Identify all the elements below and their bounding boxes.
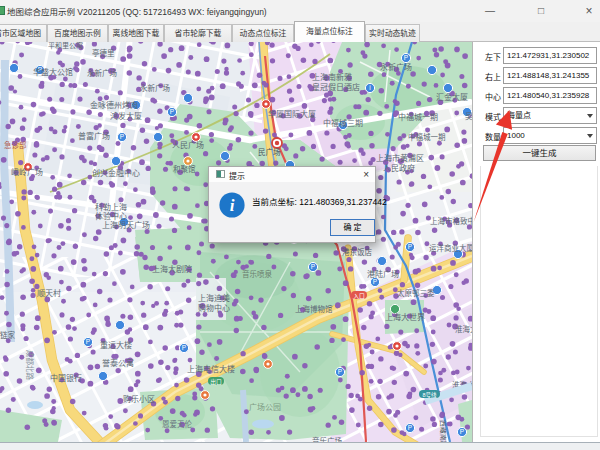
svg-text:和聚馆: 和聚馆 bbox=[173, 164, 196, 174]
svg-text:i: i bbox=[230, 196, 235, 215]
svg-text:出口: 出口 bbox=[210, 378, 222, 386]
svg-text:平和里公寓: 平和里公寓 bbox=[48, 42, 83, 50]
svg-text:上海市黄浦区: 上海市黄浦区 bbox=[376, 153, 424, 163]
svg-text:中福城一期: 中福城一期 bbox=[398, 112, 438, 122]
svg-text:誉泰公寓: 誉泰公寓 bbox=[102, 358, 134, 368]
svg-text:重远大楼: 重远大楼 bbox=[100, 340, 132, 350]
svg-text:P: P bbox=[170, 108, 174, 115]
svg-text:亭德里: 亭德里 bbox=[92, 48, 115, 58]
svg-text:上海大剧院: 上海大剧院 bbox=[152, 264, 192, 274]
svg-text:汇金大厦: 汇金大厦 bbox=[436, 92, 468, 102]
svg-text:人民广场: 人民广场 bbox=[172, 140, 204, 150]
svg-text:民广场: 民广场 bbox=[258, 147, 281, 157]
svg-text:金咏德州烤肉: 金咏德州烤肉 bbox=[90, 100, 138, 110]
svg-text:永新广场: 永新广场 bbox=[140, 83, 170, 93]
svg-text:普富广场: 普富广场 bbox=[78, 131, 110, 141]
svg-text:P: P bbox=[408, 424, 412, 431]
svg-text:科勒上海: 科勒上海 bbox=[95, 202, 127, 212]
svg-text:广场公园: 广场公园 bbox=[249, 402, 281, 412]
svg-text:皇冠假日酒店: 皇冠假日酒店 bbox=[312, 82, 360, 92]
svg-text:P: P bbox=[120, 133, 124, 140]
svg-text:顺天村: 顺天村 bbox=[37, 288, 61, 298]
svg-text:i: i bbox=[369, 84, 370, 91]
svg-text:体验中心: 体验中心 bbox=[95, 211, 127, 221]
svg-text:淮海大楼: 淮海大楼 bbox=[455, 324, 472, 334]
svg-text:创兴金融中心: 创兴金融中心 bbox=[92, 168, 140, 178]
svg-text:P: P bbox=[408, 243, 412, 250]
svg-text:上海市格致中学: 上海市格致中学 bbox=[430, 216, 472, 226]
svg-text:中福城三期: 中福城三期 bbox=[323, 118, 363, 128]
svg-text:华厦国际大厦: 华厦国际大厦 bbox=[268, 109, 316, 119]
svg-text:华盛大公馆: 华盛大公馆 bbox=[33, 67, 73, 77]
svg-text:运洋商业大厦: 运洋商业大厦 bbox=[429, 243, 472, 253]
svg-text:上海迪美: 上海迪美 bbox=[198, 293, 230, 303]
svg-text:8号线: 8号线 bbox=[422, 391, 437, 399]
svg-text:上海南新雅: 上海南新雅 bbox=[312, 72, 352, 82]
svg-text:太原邨三委: 太原邨三委 bbox=[397, 288, 435, 298]
svg-text:上海大世界: 上海大世界 bbox=[385, 312, 425, 322]
svg-text:链家: 链家 bbox=[0, 330, 15, 340]
svg-text:入口: 入口 bbox=[353, 293, 365, 300]
svg-text:购物中心: 购物中心 bbox=[198, 303, 230, 313]
svg-text:上海明天广场: 上海明天广场 bbox=[102, 220, 150, 230]
svg-text:P: P bbox=[404, 54, 408, 61]
svg-text:P: P bbox=[460, 428, 464, 435]
svg-text:成都北路: 成都北路 bbox=[25, 350, 35, 380]
svg-text:吴宫大: 吴宫大 bbox=[465, 111, 472, 121]
svg-text:P: P bbox=[311, 263, 315, 270]
svg-text:P: P bbox=[182, 344, 186, 351]
svg-text:港东饭店: 港东饭店 bbox=[342, 247, 372, 257]
svg-text:鸿发大厦: 鸿发大厦 bbox=[110, 111, 142, 121]
svg-text:永新广场: 永新广场 bbox=[380, 62, 412, 72]
svg-text:P: P bbox=[338, 368, 342, 375]
svg-text:P: P bbox=[86, 338, 90, 345]
svg-text:购乐小区: 购乐小区 bbox=[123, 394, 155, 404]
svg-text:急诊部: 急诊部 bbox=[4, 140, 27, 150]
svg-text:中福城一期: 中福城一期 bbox=[408, 132, 446, 142]
svg-text:音乐喷泉: 音乐喷泉 bbox=[242, 269, 272, 279]
svg-text:恩爱天伦: 恩爱天伦 bbox=[162, 419, 192, 429]
svg-text:人民政府: 人民政府 bbox=[383, 163, 415, 173]
svg-text:P: P bbox=[373, 278, 377, 285]
svg-text:永新广场: 永新广场 bbox=[87, 68, 117, 78]
svg-text:港陆广场: 港陆广场 bbox=[367, 269, 399, 279]
svg-text:中国银行: 中国银行 bbox=[50, 373, 82, 383]
svg-text:上海电信大楼: 上海电信大楼 bbox=[187, 364, 235, 374]
svg-text:峨岭广场: 峨岭广场 bbox=[11, 167, 43, 177]
svg-text:上海博物馆: 上海博物馆 bbox=[295, 304, 333, 314]
